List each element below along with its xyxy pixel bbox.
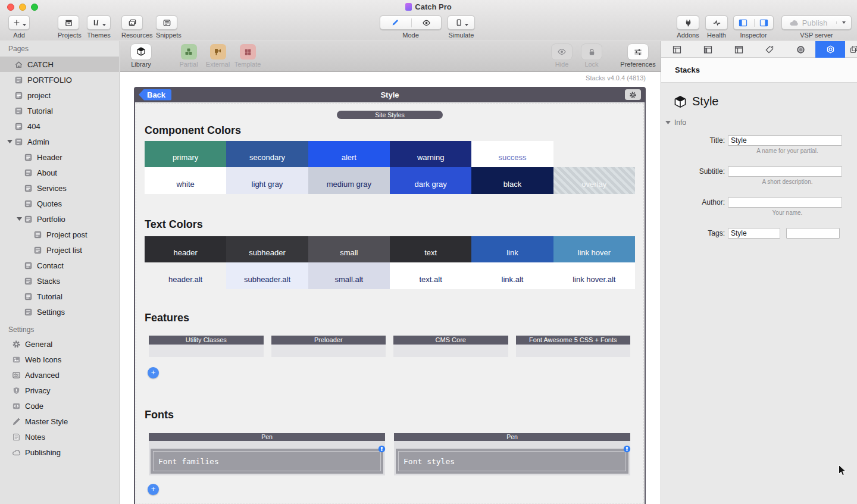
sidebar-item-quotes[interactable]: Quotes [0,196,119,211]
add-button[interactable] [8,15,30,30]
resources-button[interactable] [121,15,143,30]
text-swatch-text[interactable]: text [390,236,471,262]
sidebar-item-privacy[interactable]: Privacy [0,383,119,398]
feature-card[interactable]: CMS Core [393,336,508,357]
publish-dropdown-button[interactable] [836,21,851,24]
feature-card[interactable]: Preloader [271,336,386,357]
sidebar-item-web-icons[interactable]: Web Icons [0,352,119,367]
hide-button[interactable] [552,44,572,60]
text-swatch-link-hover-alt[interactable]: link hover.alt [553,262,635,289]
text-swatch-link-hover[interactable]: link hover [553,236,635,262]
sidebar-item-notes[interactable]: Notes [0,429,119,444]
color-swatch-secondary[interactable]: secondary [226,141,308,167]
color-swatch-light-gray[interactable]: light gray [226,167,308,194]
add-feature-button[interactable]: + [148,367,159,378]
sidebar-item-stacks[interactable]: Stacks [0,273,119,289]
text-swatch-link-alt[interactable]: link.alt [471,262,553,289]
text-swatch-subheader-alt[interactable]: subheader.alt [226,262,308,289]
color-swatch-alert[interactable]: alert [308,141,390,167]
left-inspector-button[interactable] [734,19,752,27]
tab-stack-settings-selected[interactable] [815,41,845,58]
sidebar-item-header[interactable]: Header [0,149,119,165]
info-disclosure[interactable]: Info [665,118,857,127]
site-styles-pill[interactable]: Site Styles [337,111,443,119]
preview-mode-button[interactable] [411,18,441,27]
sidebar-item-portfolio-page[interactable]: PORTFOLIO [0,72,119,87]
sidebar-item-contact[interactable]: Contact [0,258,119,273]
color-swatch-success[interactable]: success [471,141,553,167]
sidebar-item-settings-page[interactable]: Settings [0,304,119,320]
sidebar-item-about[interactable]: About [0,165,119,180]
edit-mode-button[interactable] [380,18,409,27]
tab-stacked-pages-icon[interactable] [849,45,857,55]
sidebar-item-catch[interactable]: CATCH [0,57,119,72]
sidebar-item-code[interactable]: Code [0,398,119,414]
color-swatch-warning[interactable]: warning [390,141,471,167]
text-swatch-subheader[interactable]: subheader [226,236,308,262]
sidebar-item-tutorial[interactable]: Tutorial [0,103,119,118]
font-styles-box[interactable]: Font styles [396,449,628,474]
color-swatch-dark-gray[interactable]: dark gray [390,167,471,194]
tab-sidebar-layout-icon[interactable] [703,45,713,55]
disclosure-triangle-icon[interactable] [14,217,24,221]
sidebar-item-admin[interactable]: Admin [0,134,119,149]
partial-button[interactable] [181,44,197,60]
tab-theme-icon[interactable] [796,45,806,55]
sidebar-item-services[interactable]: Services [0,180,119,196]
color-swatch-white[interactable]: white [145,167,226,194]
feature-card[interactable]: Font Awesome 5 CSS + Fonts [516,336,631,357]
pin-icon[interactable] [623,445,631,453]
font-families-box[interactable]: Font families [151,449,383,474]
sidebar-item-general[interactable]: General [0,336,119,352]
sidebar-item-advanced[interactable]: Advanced [0,367,119,383]
color-swatch-medium-gray[interactable]: medium gray [308,167,390,194]
sidebar-item-label: Header [37,153,62,162]
tag-field-2[interactable] [786,228,840,239]
sidebar-item-portfolio-folder[interactable]: Portfolio [0,211,119,227]
disclosure-triangle-icon[interactable] [5,139,14,144]
text-swatch-small-alt[interactable]: small.alt [308,262,390,289]
text-swatch-header-alt[interactable]: header.alt [145,262,226,289]
color-swatch-black[interactable]: black [471,167,553,194]
tag-field-1[interactable] [728,228,780,239]
tab-page-layout-icon[interactable] [672,45,682,55]
publish-button[interactable]: Publish [782,18,834,27]
lock-button[interactable] [581,44,602,60]
author-field[interactable] [728,197,842,208]
library-button[interactable] [131,44,151,60]
external-button[interactable] [210,44,226,60]
font-card[interactable]: Pen Font families [149,433,385,475]
sidebar-item-tutorial-2[interactable]: Tutorial [0,289,119,304]
addons-button[interactable] [677,15,699,30]
feature-card[interactable]: Utility Classes [149,336,264,357]
sidebar-item-project-list[interactable]: Project list [0,242,119,258]
title-field[interactable] [728,135,842,146]
tab-tags-icon[interactable] [765,45,775,55]
simulate-button[interactable] [448,15,475,30]
projects-button[interactable] [58,15,79,30]
preferences-button[interactable] [628,44,648,60]
health-button[interactable] [705,15,728,30]
gear-icon [12,340,21,349]
sidebar-item-project[interactable]: project [0,87,119,103]
add-font-button[interactable]: + [148,484,159,495]
template-button[interactable] [240,44,256,60]
partial-settings-button[interactable] [625,89,641,100]
sidebar-item-404[interactable]: 404 [0,118,119,134]
sidebar-item-project-post[interactable]: Project post [0,227,119,242]
text-swatch-link[interactable]: link [471,236,553,262]
tab-header-layout-icon[interactable] [734,45,744,55]
text-swatch-text-alt[interactable]: text.alt [390,262,471,289]
sidebar-item-master-style[interactable]: Master Style [0,414,119,429]
sidebar-item-publishing[interactable]: Publishing [0,444,119,460]
snippets-button[interactable] [156,15,177,30]
text-swatch-small[interactable]: small [308,236,390,262]
subtitle-field[interactable] [728,166,842,177]
text-swatch-header[interactable]: header [145,236,226,262]
themes-button[interactable] [87,15,111,30]
pin-icon[interactable] [378,445,386,453]
color-swatch-primary[interactable]: primary [145,141,226,167]
right-inspector-button[interactable] [754,19,773,27]
color-swatch-overlay[interactable]: overlay [553,167,635,194]
font-card[interactable]: Pen Font styles [394,433,630,475]
